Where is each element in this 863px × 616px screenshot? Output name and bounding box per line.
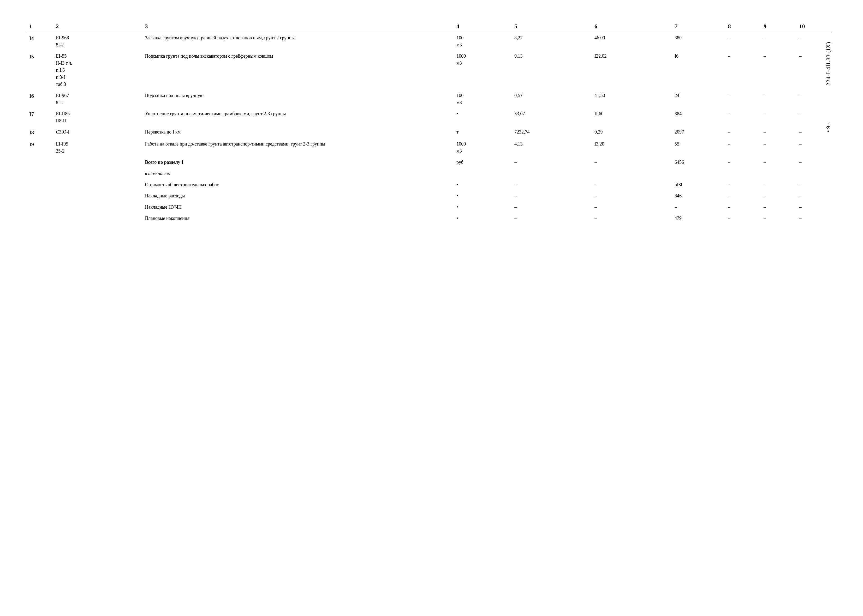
row-description: Подсыпка под полы вручную [142,90,453,108]
row-col9: – [761,157,796,168]
row-col9: – [761,108,796,126]
row-col6: 46,00 [591,32,671,50]
row-col7: 6456 [671,157,725,168]
row-col8: – [725,126,761,138]
table-row: I8С3IO-IПеревозка до I кмт7232,740,29209… [26,126,832,138]
row-col9: – [761,179,796,190]
row-col9: – [761,213,796,224]
row-col6: – [591,190,671,201]
row-col6: – [591,213,671,224]
row-col7: 2097 [671,126,725,138]
col-header-10: 10 [796,21,832,32]
row-col8: – [725,190,761,201]
row-col7: 846 [671,190,725,201]
row-col8: – [725,213,761,224]
table-row: Плановые накопления•––479––– [26,213,832,224]
row-col9: – [761,201,796,213]
row-col9: – [761,138,796,157]
table-row: Всего по разделу Iруб––6456––– [26,157,832,168]
row-code [53,157,142,168]
row-unit: т [453,126,511,138]
row-id: I5 [26,50,53,90]
row-col6: I22,02 [591,50,671,90]
row-id [26,213,53,224]
row-col5 [511,168,591,179]
row-id [26,179,53,190]
main-table: 1 2 3 4 5 6 7 8 9 10 I4ЕI-968 8I-2Засыпк… [26,21,832,224]
row-col8: – [725,138,761,157]
row-col6: 0,29 [591,126,671,138]
col-header-2: 2 [53,21,142,32]
row-id: I4 [26,32,53,50]
row-col6 [591,168,671,179]
table-row: в том числе: [26,168,832,179]
row-col10: – [796,138,832,157]
row-unit: • [453,179,511,190]
row-unit: • [453,190,511,201]
row-col5: – [511,190,591,201]
row-col10: – [796,190,832,201]
row-id: I9 [26,138,53,157]
table-row: I5ЕI-55 II-I3 т.ч. п.I.6 п.3-I таб.3Подс… [26,50,832,90]
row-col8: – [725,157,761,168]
row-col7: – [671,201,725,213]
row-description: Стоимость общестроительных работ [142,179,453,190]
table-body: I4ЕI-968 8I-2Засыпка грунтом вручную тра… [26,32,832,224]
row-unit: • [453,213,511,224]
table-header: 1 2 3 4 5 6 7 8 9 10 [26,21,832,32]
row-unit: • [453,108,511,126]
row-description: Накладные НУЧП [142,201,453,213]
row-code: С3IO-I [53,126,142,138]
row-description: Перевозка до I км [142,126,453,138]
row-code: ЕI-I95 25-2 [53,138,142,157]
row-col8: – [725,50,761,90]
row-col5: 7232,74 [511,126,591,138]
col-header-3: 3 [142,21,453,32]
side-label-top: 224-I-4II.83 (IX) [825,42,832,86]
col-header-9: 9 [761,21,796,32]
col-header-4: 4 [453,21,511,32]
row-description: Плановые накопления [142,213,453,224]
row-col6: – [591,179,671,190]
table-row: I6ЕI-967 8I-IПодсыпка под полы вручную10… [26,90,832,108]
row-col5: 8,27 [511,32,591,50]
row-col9: – [761,126,796,138]
row-col9: – [761,32,796,50]
row-unit: 1000 м3 [453,138,511,157]
row-col10: – [796,179,832,190]
row-col7 [671,168,725,179]
row-col9: – [761,90,796,108]
row-col7: 384 [671,108,725,126]
row-col5: – [511,201,591,213]
row-code [53,190,142,201]
row-col7: 55 [671,138,725,157]
row-unit: руб [453,157,511,168]
row-code: ЕI-55 II-I3 т.ч. п.I.6 п.3-I таб.3 [53,50,142,90]
side-label-bottom: • 9 - [825,123,832,132]
row-description: Подсыпка грунта под полы экскаватором с … [142,50,453,90]
row-code: ЕI-967 8I-I [53,90,142,108]
row-col8 [725,168,761,179]
row-col7: I6 [671,50,725,90]
row-col10: – [796,201,832,213]
col-header-5: 5 [511,21,591,32]
row-description: Накладные расходы [142,190,453,201]
row-col8: – [725,90,761,108]
table-row: Стоимость общестроительных работ•––5I3I–… [26,179,832,190]
row-col8: – [725,32,761,50]
row-col9: – [761,190,796,201]
row-id [26,190,53,201]
row-col8: – [725,201,761,213]
row-id [26,157,53,168]
row-col10 [796,168,832,179]
row-description: Работа на отвале при до-ставке грунта ав… [142,138,453,157]
col-header-8: 8 [725,21,761,32]
table-row: I4ЕI-968 8I-2Засыпка грунтом вручную тра… [26,32,832,50]
row-col9: – [761,50,796,90]
col-header-7: 7 [671,21,725,32]
row-id [26,201,53,213]
row-code: ЕI-968 8I-2 [53,32,142,50]
row-col7: 5I3I [671,179,725,190]
row-unit: • [453,201,511,213]
table-row: Накладные расходы•––846––– [26,190,832,201]
